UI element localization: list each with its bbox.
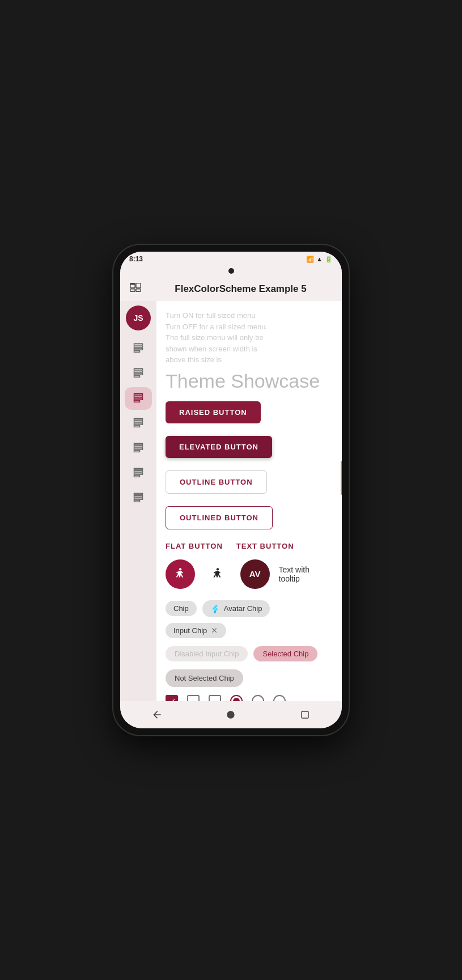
avatar-icon-button[interactable]: AV: [240, 559, 270, 589]
svg-rect-36: [302, 711, 308, 718]
outlined-button[interactable]: OUTLINED BUTTON: [166, 506, 273, 529]
svg-rect-6: [134, 346, 143, 347]
signal-icon: 📶: [306, 256, 314, 263]
not-selected-chip[interactable]: Not Selected Chip: [166, 669, 243, 687]
sidebar-icon-2: [133, 367, 144, 381]
radio-unselected-1[interactable]: [252, 695, 264, 702]
camera-dot: [228, 268, 234, 274]
elevated-button[interactable]: ELEVATED BUTTON: [166, 436, 272, 458]
svg-rect-9: [134, 368, 143, 370]
sidebar-item-2[interactable]: [125, 362, 152, 385]
svg-rect-14: [134, 396, 143, 397]
menu-icon[interactable]: [129, 281, 142, 296]
app-title: FlexColorScheme Example 5: [149, 283, 333, 295]
sidebar-icon-5: [133, 442, 144, 456]
svg-rect-26: [134, 470, 143, 472]
wifi-icon: ▲: [316, 256, 323, 262]
svg-rect-27: [134, 473, 143, 474]
status-bar: 8:13 📶 ▲ 🔋: [120, 252, 342, 265]
svg-rect-12: [134, 375, 140, 377]
sidebar-icon-1: [133, 342, 144, 356]
flat-button[interactable]: FLAT BUTTON: [166, 542, 223, 550]
selected-chip[interactable]: Selected Chip: [253, 646, 317, 661]
svg-rect-15: [134, 398, 143, 400]
sidebar-icon-6: [133, 466, 144, 481]
sidebar-icon-7: [133, 491, 144, 506]
battery-icon: 🔋: [325, 256, 333, 263]
avatar-label: AV: [249, 569, 261, 579]
checkbox-unchecked-2[interactable]: [209, 695, 221, 702]
sidebar-item-3-active[interactable]: [125, 387, 152, 410]
chip-row-3: Not Selected Chip: [166, 669, 333, 687]
flat-text-row: FLAT BUTTON TEXT BUTTON: [166, 542, 333, 550]
person-button[interactable]: [204, 561, 231, 588]
main-content: Turn ON for full sized menu Turn OFF for…: [156, 301, 342, 701]
top-app-bar: FlexColorScheme Example 5: [120, 277, 342, 301]
back-button[interactable]: [146, 703, 168, 726]
svg-rect-10: [134, 371, 143, 372]
input-chip[interactable]: Input Chip: [166, 623, 226, 638]
text-button[interactable]: TEXT BUTTON: [236, 542, 294, 550]
outline-button[interactable]: OUTLINE BUTTON: [166, 470, 267, 494]
main-layout: JS: [120, 301, 342, 701]
svg-rect-11: [134, 373, 143, 375]
svg-point-35: [227, 711, 235, 718]
svg-rect-18: [134, 421, 143, 422]
svg-rect-2: [136, 283, 141, 288]
avatar-chip[interactable]: Avatar Chip: [202, 600, 270, 617]
sidebar-icon-4: [133, 417, 144, 431]
home-button[interactable]: [219, 703, 242, 726]
svg-rect-23: [134, 448, 143, 449]
raised-button[interactable]: RAISED BUTTON: [166, 401, 261, 423]
svg-rect-31: [134, 498, 143, 499]
svg-rect-28: [134, 475, 140, 477]
checkbox-unchecked-1[interactable]: [187, 695, 200, 702]
svg-rect-8: [134, 350, 140, 352]
svg-rect-16: [134, 400, 140, 402]
svg-rect-19: [134, 423, 143, 425]
svg-rect-20: [134, 425, 140, 427]
sidebar-item-5[interactable]: [125, 437, 152, 460]
checkbox-checked[interactable]: [166, 695, 178, 702]
radio-inner: [233, 698, 240, 702]
disabled-input-chip: Disabled Input Chip: [166, 646, 248, 661]
accessibility-button[interactable]: [166, 559, 195, 589]
radio-unselected-2[interactable]: [273, 695, 286, 702]
svg-rect-17: [134, 418, 143, 420]
svg-rect-32: [134, 500, 140, 502]
radio-selected[interactable]: [230, 695, 243, 702]
svg-rect-24: [134, 450, 140, 452]
checkbox-radio-row: [166, 695, 333, 702]
svg-point-33: [179, 568, 181, 570]
svg-rect-5: [134, 343, 143, 345]
svg-rect-29: [134, 493, 143, 495]
tooltip-text: Text with tooltip: [279, 565, 333, 583]
sidebar-item-6[interactable]: [125, 462, 152, 485]
svg-rect-13: [134, 393, 143, 395]
camera-area: [120, 265, 342, 277]
sidebar-item-7[interactable]: [125, 487, 152, 510]
svg-rect-7: [134, 348, 143, 350]
sidebar-item-1[interactable]: [125, 337, 152, 360]
svg-rect-30: [134, 495, 143, 497]
status-icons: 📶 ▲ 🔋: [306, 256, 333, 263]
chip-row-1: Chip Avatar Chip Input Chip: [166, 600, 333, 638]
status-time: 8:13: [129, 255, 143, 263]
sidebar-avatar[interactable]: JS: [126, 306, 151, 330]
svg-rect-22: [134, 446, 143, 447]
svg-rect-21: [134, 443, 143, 445]
sidebar: JS: [120, 301, 156, 701]
chip-row-2: Disabled Input Chip Selected Chip: [166, 646, 333, 661]
blurred-hint: Turn ON for full sized menu Turn OFF for…: [166, 310, 333, 366]
side-accent: [341, 461, 342, 495]
svg-point-34: [217, 568, 219, 570]
svg-rect-3: [130, 289, 135, 292]
section-title: Theme Showcase: [166, 370, 333, 392]
sidebar-icon-3: [133, 392, 144, 406]
square-button[interactable]: [294, 703, 316, 726]
chip-default[interactable]: Chip: [166, 601, 197, 616]
icon-button-row: AV Text with tooltip: [166, 559, 333, 589]
svg-rect-4: [136, 289, 141, 292]
sidebar-item-4[interactable]: [125, 412, 152, 435]
bottom-nav: [120, 701, 342, 728]
